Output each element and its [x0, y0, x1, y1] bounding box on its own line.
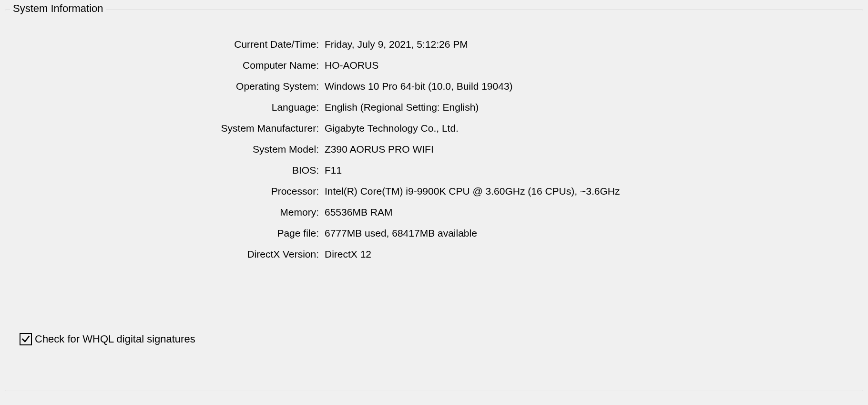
value-operating-system: Windows 10 Pro 64-bit (10.0, Build 19043… — [325, 81, 853, 92]
label-page-file: Page file: — [15, 228, 325, 239]
value-bios: F11 — [325, 165, 853, 176]
label-system-manufacturer: System Manufacturer: — [15, 123, 325, 134]
value-computer-name: HO-AORUS — [325, 60, 853, 71]
label-bios: BIOS: — [15, 165, 325, 176]
value-current-date-time: Friday, July 9, 2021, 5:12:26 PM — [325, 39, 853, 50]
row-processor: Processor: Intel(R) Core(TM) i9-9900K CP… — [15, 186, 853, 197]
label-system-model: System Model: — [15, 144, 325, 155]
row-directx-version: DirectX Version: DirectX 12 — [15, 249, 853, 260]
whql-checkbox-label: Check for WHQL digital signatures — [35, 333, 195, 345]
value-system-manufacturer: Gigabyte Technology Co., Ltd. — [325, 123, 853, 134]
group-title: System Information — [10, 2, 106, 15]
row-memory: Memory: 65536MB RAM — [15, 207, 853, 218]
info-rows: Current Date/Time: Friday, July 9, 2021,… — [15, 39, 853, 260]
whql-checkbox[interactable]: Check for WHQL digital signatures — [20, 333, 195, 345]
row-page-file: Page file: 6777MB used, 68417MB availabl… — [15, 228, 853, 239]
value-memory: 65536MB RAM — [325, 207, 853, 218]
row-system-model: System Model: Z390 AORUS PRO WIFI — [15, 144, 853, 155]
checkbox-icon — [20, 333, 32, 345]
row-language: Language: English (Regional Setting: Eng… — [15, 102, 853, 113]
label-processor: Processor: — [15, 186, 325, 197]
value-page-file: 6777MB used, 68417MB available — [325, 228, 853, 239]
label-directx-version: DirectX Version: — [15, 249, 325, 260]
system-information-group: System Information Current Date/Time: Fr… — [5, 10, 863, 391]
row-computer-name: Computer Name: HO-AORUS — [15, 60, 853, 71]
value-system-model: Z390 AORUS PRO WIFI — [325, 144, 853, 155]
checkmark-icon — [21, 334, 31, 344]
label-memory: Memory: — [15, 207, 325, 218]
value-language: English (Regional Setting: English) — [325, 102, 853, 113]
row-system-manufacturer: System Manufacturer: Gigabyte Technology… — [15, 123, 853, 134]
row-bios: BIOS: F11 — [15, 165, 853, 176]
label-operating-system: Operating System: — [15, 81, 325, 92]
label-current-date-time: Current Date/Time: — [15, 39, 325, 50]
value-directx-version: DirectX 12 — [325, 249, 853, 260]
value-processor: Intel(R) Core(TM) i9-9900K CPU @ 3.60GHz… — [325, 186, 853, 197]
row-current-date-time: Current Date/Time: Friday, July 9, 2021,… — [15, 39, 853, 50]
label-language: Language: — [15, 102, 325, 113]
row-operating-system: Operating System: Windows 10 Pro 64-bit … — [15, 81, 853, 92]
label-computer-name: Computer Name: — [15, 60, 325, 71]
